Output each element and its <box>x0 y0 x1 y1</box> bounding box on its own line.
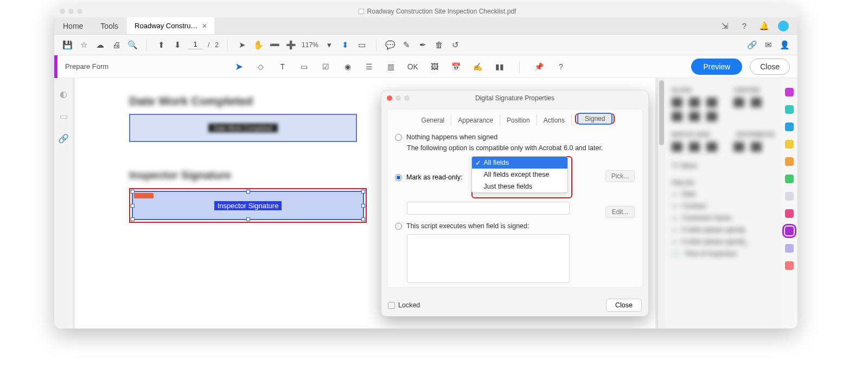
link-icon[interactable]: 🔗 <box>746 40 757 50</box>
highlight-icon[interactable]: ✎ <box>401 40 412 50</box>
pick-button[interactable]: Pick... <box>605 170 635 182</box>
signature-field-selection[interactable]: Inspector Signature <box>129 188 367 223</box>
tab-signed-wrap: Signed <box>572 115 615 126</box>
ribbon-icon[interactable] <box>785 192 794 201</box>
page-down-icon[interactable]: ⬇ <box>172 40 183 50</box>
hand-icon[interactable]: ✋ <box>253 40 264 50</box>
select-icon[interactable]: ➤ <box>237 40 247 50</box>
field-item[interactable]: ▭Contract <box>672 202 791 210</box>
comment-icon[interactable]: 💬 <box>385 40 396 50</box>
tab-document[interactable]: Roadway Constru… ✕ <box>127 17 215 34</box>
field-item[interactable]: ▭If other please specify_ <box>672 238 791 246</box>
sign-icon[interactable]: ✒ <box>418 40 429 50</box>
vertical-scrollbar[interactable] <box>658 78 665 329</box>
close-prepare-button[interactable]: Close <box>750 59 790 75</box>
signature-field[interactable]: Inspector Signature <box>132 191 364 220</box>
tag-icon[interactable]: ◇ <box>256 61 266 72</box>
textfield-icon[interactable]: ▭ <box>299 61 310 72</box>
traffic-lights[interactable] <box>60 9 82 14</box>
page-up-icon[interactable]: ⬆ <box>156 40 167 50</box>
barcode-icon[interactable]: ▮▮ <box>494 61 505 72</box>
avatar[interactable] <box>778 21 789 31</box>
readonly-opt-all[interactable]: All fields <box>472 157 567 169</box>
field-item[interactable]: ▭If other please specify <box>672 226 791 234</box>
select-tool-icon[interactable]: ➤ <box>234 61 245 72</box>
field-item[interactable]: 🕘Time of Inspection <box>672 250 791 257</box>
chevron-down-icon[interactable]: ▾ <box>324 40 335 50</box>
ribbon-icon[interactable] <box>785 123 794 131</box>
tool-ribbon <box>781 78 797 329</box>
page-input[interactable] <box>188 40 202 49</box>
device-icon[interactable]: ⇲ <box>719 21 730 31</box>
readonly-opt-just[interactable]: Just these fields <box>472 181 567 192</box>
tab-home[interactable]: Home <box>54 17 92 34</box>
zoom-label[interactable]: 117% <box>302 41 318 49</box>
tab-actions[interactable]: Actions <box>537 115 572 126</box>
spine-icon[interactable]: ▭ <box>60 111 68 121</box>
pin-icon[interactable]: 📌 <box>534 61 545 72</box>
fit-width-icon[interactable]: ⬍ <box>340 40 351 50</box>
ribbon-icon[interactable] <box>785 157 794 166</box>
spine-icon[interactable]: ◐ <box>60 89 67 99</box>
image-icon[interactable]: 🖼 <box>429 61 440 72</box>
radio-readonly[interactable] <box>395 174 402 181</box>
save-icon[interactable]: 💾 <box>62 40 73 50</box>
trash-icon[interactable]: 🗑 <box>434 40 445 50</box>
radio-icon[interactable]: ◉ <box>342 61 353 72</box>
account-icon[interactable]: 👤 <box>779 40 790 50</box>
field-item[interactable]: ▭Contractor Name <box>672 214 791 222</box>
help-icon[interactable]: ? <box>739 21 750 31</box>
text-icon[interactable]: T <box>277 61 288 72</box>
close-icon[interactable]: ✕ <box>202 22 207 30</box>
button-icon[interactable]: OK <box>407 61 418 72</box>
tab-appearance[interactable]: Appearance <box>451 115 500 126</box>
mail-icon[interactable]: ✉ <box>763 40 774 50</box>
cloud-upload-icon[interactable]: ☁ <box>94 40 105 50</box>
print-icon[interactable]: 🖨 <box>111 40 122 50</box>
field-item[interactable]: ▭Date <box>672 190 791 198</box>
date-icon[interactable]: 📅 <box>451 61 462 72</box>
star-icon[interactable]: ☆ <box>78 40 89 50</box>
readonly-dropdown[interactable]: All fields All fields except these Just … <box>471 156 568 193</box>
spine-icon[interactable]: 🔗 <box>58 133 69 144</box>
ribbon-icon[interactable] <box>785 105 794 114</box>
radio-script[interactable] <box>395 223 402 230</box>
signature-icon[interactable]: ✍ <box>473 61 483 72</box>
zoom-in-icon[interactable]: ➕ <box>285 40 296 50</box>
zoom-out-icon[interactable]: ➖ <box>269 40 280 50</box>
radio-nothing[interactable] <box>395 134 402 141</box>
listbox-icon[interactable]: ☰ <box>364 61 375 72</box>
ribbon-icon[interactable] <box>785 244 794 253</box>
help2-icon[interactable]: ? <box>556 61 566 72</box>
ribbon-icon[interactable] <box>785 88 794 96</box>
center-header: CENTER <box>734 87 760 93</box>
tab-tools[interactable]: Tools <box>92 17 127 34</box>
preview-button[interactable]: Preview <box>691 59 742 75</box>
ribbon-icon[interactable] <box>785 140 794 149</box>
tab-general[interactable]: General <box>415 115 452 126</box>
tab-position[interactable]: Position <box>500 115 537 126</box>
date-field[interactable]: Date Work Completed <box>129 114 357 142</box>
fit-page-icon[interactable]: ▭ <box>356 40 367 50</box>
document-canvas[interactable]: Date Work Completed Date Work Completed … <box>75 78 655 329</box>
checkbox-icon[interactable]: ☑ <box>321 61 331 72</box>
more-row[interactable]: Tт More <box>672 162 791 170</box>
left-spine: ◐ ▭ 🔗 <box>54 78 73 329</box>
dialog-close-button[interactable]: Close <box>606 299 642 312</box>
ribbon-icon[interactable] <box>785 209 794 218</box>
readonly-opt-except[interactable]: All fields except these <box>472 169 567 181</box>
locked-checkbox[interactable]: Locked <box>388 301 420 309</box>
tab-signed[interactable]: Signed <box>577 113 612 125</box>
ribbon-icon[interactable] <box>785 261 794 270</box>
search-icon[interactable]: 🔍 <box>127 40 138 50</box>
script-box[interactable] <box>407 234 570 283</box>
readonly-fields-box[interactable] <box>407 202 570 215</box>
ribbon-icon[interactable] <box>785 175 794 183</box>
dropdown-icon[interactable]: ▥ <box>386 61 397 72</box>
bell-icon[interactable]: 🔔 <box>758 21 769 31</box>
ribbon-icon-active[interactable] <box>785 227 794 235</box>
edit-button[interactable]: Edit... <box>605 206 635 218</box>
dialog-titlebar[interactable]: Digital Signature Properties <box>381 91 648 106</box>
page-total: 2 <box>215 41 219 49</box>
undo-icon[interactable]: ↺ <box>450 40 461 50</box>
